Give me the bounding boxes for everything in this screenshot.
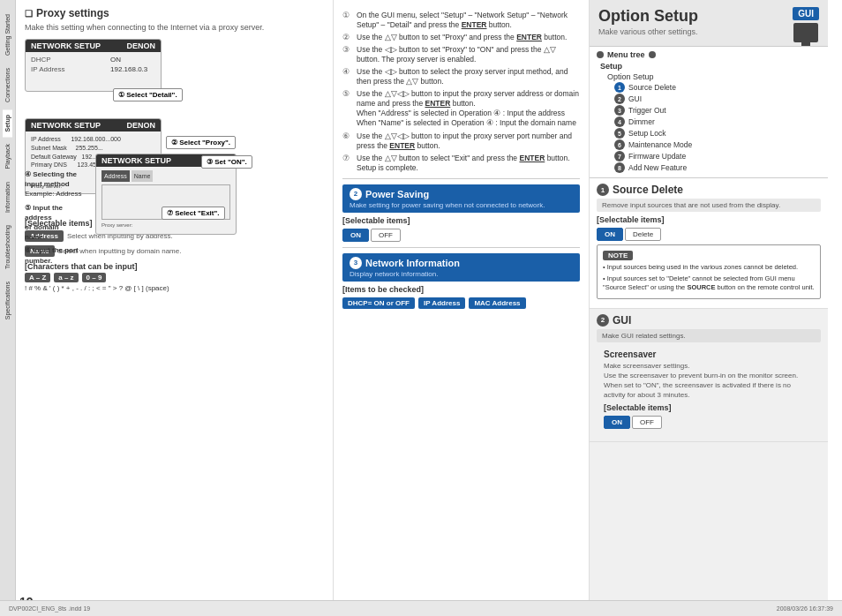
network-box-1-dhcp: DHCP ON	[31, 56, 155, 64]
note-text: • Input sources being used in the variou…	[603, 263, 815, 293]
tree-item-6-label: Maintenance Mode	[628, 140, 692, 149]
step-1-text: On the GUI menu, select "Setup" – "Netwo…	[357, 11, 580, 30]
source-delete-on-delete: ON Delete	[597, 228, 821, 241]
power-saving-on-btn[interactable]: ON	[342, 229, 369, 242]
step-5: ⑤ Use the △▽◁▷ button to input the proxy…	[342, 89, 580, 128]
source-delete-on-btn[interactable]: ON	[597, 228, 623, 241]
ip-address-badge: IP Address	[418, 297, 465, 309]
tree-setup: Setup	[597, 62, 821, 71]
tree-item-4-label: Dimmer	[628, 117, 655, 126]
power-saving-num: 2	[350, 188, 362, 200]
screensaver-on-btn[interactable]: ON	[604, 416, 630, 429]
screensaver-on-off: ON OFF	[604, 416, 814, 429]
step-labels: ④ Selecting theinput methodExample: Addr…	[25, 169, 81, 266]
chars-section: [Characters that can be input] A – Z a –…	[25, 262, 324, 292]
screensaver-text-body: Use the screensaver to prevent burn-in o…	[604, 371, 814, 401]
tree-num-3: 3	[614, 105, 625, 116]
dhcp-badge: DHCP= ON or OFF	[342, 297, 415, 309]
source-delete-num: 1	[597, 184, 609, 196]
sidebar: Getting Started Connections Setup Playba…	[0, 0, 16, 616]
source-delete-delete-btn[interactable]: Delete	[625, 228, 661, 241]
sidebar-tab-troubleshooting[interactable]: Troubleshooting	[3, 220, 12, 274]
gui-section-title: GUI	[613, 314, 631, 327]
tree-num-4: 4	[614, 116, 625, 127]
step4-label: ④ Selecting theinput methodExample: Addr…	[25, 169, 81, 199]
chars-special: ! # % & ' ( ) * + , - . / : ; < = " > ? …	[25, 284, 324, 292]
tree-num-2: 2	[614, 94, 625, 104]
step-2-text: Use the △▽ button to set "Proxy" and pre…	[357, 33, 567, 42]
footer-left: DVP002CI_ENG_8ts .indd 19	[9, 605, 90, 612]
gui-section-desc: Make GUI related settings.	[597, 329, 821, 342]
tree-item-3: 3 Trigger Out	[597, 105, 821, 116]
proxy-settings-heading: Proxy settings	[25, 7, 324, 19]
sidebar-tab-connections[interactable]: Connections	[3, 63, 12, 108]
sidebar-tab-setup[interactable]: Setup	[3, 109, 12, 137]
dot-bullet-right	[649, 51, 656, 58]
step-6-text: Use the △▽◁▷ button to input the proxy s…	[357, 131, 580, 151]
footer-bar: DVP002CI_ENG_8ts .indd 19 2008/03/26 16:…	[0, 600, 842, 616]
monitor-icon	[793, 23, 818, 42]
network-info-section: 3 Network Information Display network in…	[342, 253, 580, 282]
step-7-text: Use the △▽ button to select "Exit" and p…	[357, 154, 580, 173]
sidebar-tab-specifications[interactable]: Specifications	[3, 276, 12, 325]
tree-item-6: 6 Maintenance Mode	[597, 139, 821, 150]
screensaver-title: Screensaver	[604, 349, 814, 359]
screensaver-desc: Make screensaver settings. Use the scree…	[604, 361, 814, 401]
char-09: 0 – 9	[82, 273, 107, 282]
power-saving-selectable-label: [Selectable items]	[342, 216, 580, 225]
tree-item-5: 5 Setup Lock	[597, 128, 821, 139]
option-title-text: Option Setup	[598, 7, 698, 26]
step-4-text: Use the ◁▷ button to select the proxy se…	[357, 67, 580, 86]
tree-num-5: 5	[614, 128, 625, 139]
power-saving-off-btn[interactable]: OFF	[371, 229, 401, 242]
tree-item-8-label: Add New Feature	[628, 163, 687, 172]
note-bullet-1: • Input sources being used in the variou…	[603, 263, 815, 273]
tree-item-1-label: Source Delete	[628, 83, 676, 92]
option-header: Option Setup Make various other settings…	[590, 0, 828, 47]
proxy-settings-subtitle: Make this setting when connecting to the…	[25, 23, 324, 32]
callout-select-exit: ⑦ Select "Exit".	[162, 207, 225, 220]
option-title: Option Setup	[598, 7, 698, 26]
sidebar-tab-playback[interactable]: Playback	[3, 139, 12, 174]
power-saving-section: 2 Power Saving Make setting for power sa…	[342, 184, 580, 213]
power-saving-on-off: ON OFF	[342, 229, 580, 242]
screensaver-selectable-label: [Selectable items]	[604, 403, 814, 412]
network-info-title: 3 Network Information	[350, 257, 573, 269]
network-info-label: Network Information	[365, 258, 460, 268]
network-box-2-header: NETWORK SETUP DENON	[26, 119, 161, 131]
network-setup-label-1: NETWORK SETUP	[31, 41, 101, 50]
char-az-lower: a – z	[54, 273, 78, 282]
network-info-items-label: [Items to be checked]	[342, 285, 580, 294]
network-box-1-header: NETWORK SETUP DENON	[26, 40, 161, 52]
tree-num-8: 8	[614, 162, 625, 173]
menu-tree: Menu tree Setup Option Setup 1 Source De…	[590, 47, 828, 178]
network-info-items: DHCP= ON or OFF IP Address MAC Address	[342, 297, 580, 309]
tree-item-2-label: GUI	[628, 94, 642, 103]
source-delete-section: 1 Source Delete Remove input sources tha…	[590, 178, 828, 309]
left-column: Proxy settings Make this setting when co…	[16, 0, 334, 616]
screensaver-off-btn[interactable]: OFF	[632, 416, 662, 429]
sidebar-tab-getting-started[interactable]: Getting Started	[3, 9, 12, 61]
step-3-text: Use the ◁▷ button to set "Proxy" to "ON"…	[357, 45, 580, 64]
network-box-1-ip: IP Address 192.168.0.3	[31, 65, 155, 73]
divider-2	[342, 247, 580, 248]
gui-section-header: 2 GUI	[597, 314, 821, 327]
tree-num-7: 7	[614, 151, 625, 162]
menu-tree-title: Menu tree	[597, 50, 821, 59]
tree-num-6: 6	[614, 139, 625, 150]
callout-exit-text: ⑦ Select "Exit".	[167, 209, 220, 217]
tree-item-7: 7 Firmware Update	[597, 151, 821, 162]
note-box: NOTE • Input sources being used in the v…	[597, 244, 821, 299]
gui-badge: GUI	[793, 7, 819, 20]
step-7: ⑦ Use the △▽ button to select "Exit" and…	[342, 154, 580, 173]
callout-detail: ① Select "Detail".	[113, 88, 183, 101]
dot-bullet-left	[597, 51, 604, 58]
note-bullet-2: • Input sources set to "Delete" cannot b…	[603, 274, 815, 293]
screensaver-desc-line1: Make screensaver settings.	[604, 361, 814, 371]
denon-label-2: DENON	[126, 121, 155, 130]
sidebar-tab-information[interactable]: Information	[3, 177, 12, 218]
gui-section-num: 2	[597, 314, 609, 327]
option-panel: Option Setup Make various other settings…	[590, 0, 828, 616]
source-delete-selectable-label: [Selectable items]	[597, 215, 821, 224]
tree-item-5-label: Setup Lock	[628, 129, 666, 138]
